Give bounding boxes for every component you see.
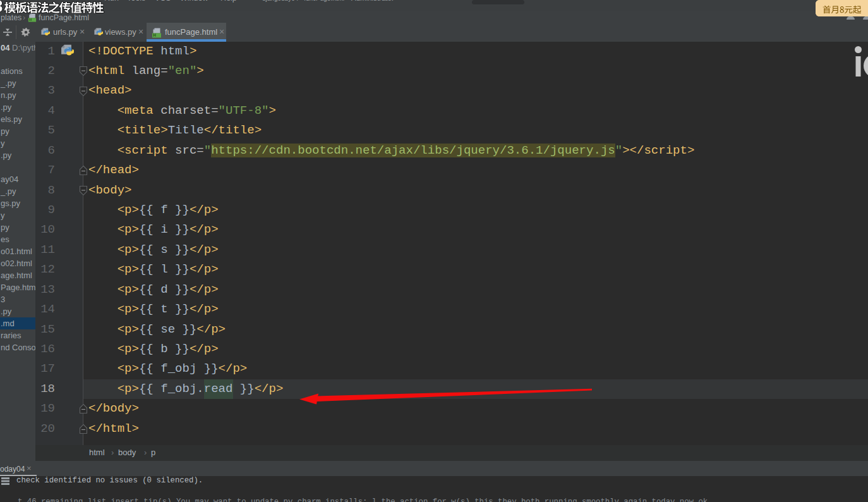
- svg-text:H: H: [153, 33, 156, 37]
- svg-text:H: H: [29, 18, 32, 21]
